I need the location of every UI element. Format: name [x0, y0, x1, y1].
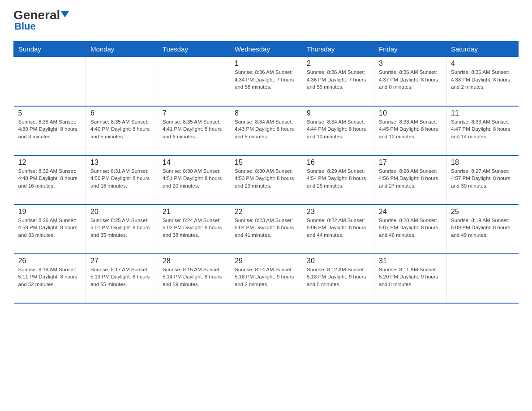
day-number: 21: [163, 208, 225, 216]
logo: General Blue: [13, 9, 69, 32]
day-of-week-header: Monday: [86, 42, 158, 57]
calendar-cell: 2Sunrise: 8:36 AM Sunset: 4:36 PM Daylig…: [302, 57, 374, 106]
calendar-cell: 22Sunrise: 8:23 AM Sunset: 5:04 PM Dayli…: [230, 205, 302, 254]
day-info: Sunrise: 8:35 AM Sunset: 4:41 PM Dayligh…: [163, 118, 225, 141]
calendar-cell: 17Sunrise: 8:28 AM Sunset: 4:56 PM Dayli…: [374, 155, 446, 205]
day-number: 20: [90, 208, 153, 216]
calendar-cell: 15Sunrise: 8:30 AM Sunset: 4:53 PM Dayli…: [230, 155, 302, 205]
day-number: 28: [163, 257, 225, 265]
calendar-cell: 16Sunrise: 8:29 AM Sunset: 4:54 PM Dayli…: [302, 155, 374, 205]
day-info: Sunrise: 8:14 AM Sunset: 5:16 PM Dayligh…: [235, 266, 297, 288]
day-info: Sunrise: 8:36 AM Sunset: 4:38 PM Dayligh…: [451, 68, 514, 91]
day-info: Sunrise: 8:29 AM Sunset: 4:54 PM Dayligh…: [307, 167, 369, 190]
day-info: Sunrise: 8:22 AM Sunset: 5:06 PM Dayligh…: [307, 217, 369, 239]
day-number: 17: [379, 158, 442, 167]
calendar-cell: 6Sunrise: 8:35 AM Sunset: 4:40 PM Daylig…: [86, 106, 158, 155]
day-info: Sunrise: 8:36 AM Sunset: 4:36 PM Dayligh…: [307, 68, 369, 91]
day-info: Sunrise: 8:34 AM Sunset: 4:44 PM Dayligh…: [307, 118, 369, 141]
logo-general: General: [13, 9, 69, 21]
day-info: Sunrise: 8:15 AM Sunset: 5:14 PM Dayligh…: [163, 266, 225, 288]
day-number: 12: [18, 158, 82, 167]
day-info: Sunrise: 8:18 AM Sunset: 5:11 PM Dayligh…: [18, 266, 82, 288]
day-info: Sunrise: 8:17 AM Sunset: 5:13 PM Dayligh…: [90, 266, 153, 288]
day-info: Sunrise: 8:23 AM Sunset: 5:04 PM Dayligh…: [235, 217, 297, 239]
calendar-cell: 7Sunrise: 8:35 AM Sunset: 4:41 PM Daylig…: [158, 106, 230, 155]
day-info: Sunrise: 8:12 AM Sunset: 5:18 PM Dayligh…: [307, 266, 369, 288]
calendar-cell: 20Sunrise: 8:25 AM Sunset: 5:01 PM Dayli…: [86, 205, 158, 254]
day-number: 2: [307, 60, 369, 68]
logo-triangle-icon: [61, 11, 69, 17]
day-number: 7: [163, 109, 225, 117]
calendar-week-row: 1Sunrise: 8:36 AM Sunset: 4:34 PM Daylig…: [14, 57, 519, 106]
day-number: 9: [307, 109, 369, 117]
calendar-week-row: 12Sunrise: 8:32 AM Sunset: 4:48 PM Dayli…: [14, 155, 519, 205]
calendar-week-row: 26Sunrise: 8:18 AM Sunset: 5:11 PM Dayli…: [14, 254, 519, 303]
calendar-cell: 1Sunrise: 8:36 AM Sunset: 4:34 PM Daylig…: [230, 57, 302, 106]
day-number: 3: [379, 60, 442, 68]
day-number: 29: [235, 257, 297, 265]
day-of-week-header: Sunday: [14, 42, 86, 57]
calendar-cell: 14Sunrise: 8:30 AM Sunset: 4:51 PM Dayli…: [158, 155, 230, 205]
day-number: 25: [451, 208, 514, 216]
calendar-cell: 30Sunrise: 8:12 AM Sunset: 5:18 PM Dayli…: [302, 254, 374, 303]
day-info: Sunrise: 8:35 AM Sunset: 4:40 PM Dayligh…: [90, 118, 153, 141]
calendar-header-row: SundayMondayTuesdayWednesdayThursdayFrid…: [14, 42, 519, 57]
day-info: Sunrise: 8:19 AM Sunset: 5:09 PM Dayligh…: [451, 217, 514, 239]
calendar-cell: 8Sunrise: 8:34 AM Sunset: 4:43 PM Daylig…: [230, 106, 302, 155]
calendar-cell: 3Sunrise: 8:36 AM Sunset: 4:37 PM Daylig…: [374, 57, 446, 106]
logo-blue: Blue: [14, 21, 36, 32]
day-number: 31: [379, 257, 442, 265]
calendar-cell: 25Sunrise: 8:19 AM Sunset: 5:09 PM Dayli…: [446, 205, 519, 254]
day-info: Sunrise: 8:32 AM Sunset: 4:48 PM Dayligh…: [18, 167, 82, 190]
calendar-cell: 11Sunrise: 8:33 AM Sunset: 4:47 PM Dayli…: [446, 106, 519, 155]
day-info: Sunrise: 8:33 AM Sunset: 4:45 PM Dayligh…: [379, 118, 442, 141]
day-of-week-header: Thursday: [302, 42, 374, 57]
calendar-cell: [86, 57, 158, 106]
day-info: Sunrise: 8:33 AM Sunset: 4:47 PM Dayligh…: [451, 118, 514, 141]
day-info: Sunrise: 8:30 AM Sunset: 4:51 PM Dayligh…: [163, 167, 225, 190]
day-number: 27: [90, 257, 153, 265]
calendar-table: SundayMondayTuesdayWednesdayThursdayFrid…: [13, 41, 519, 304]
day-number: 16: [307, 158, 369, 167]
calendar-cell: 29Sunrise: 8:14 AM Sunset: 5:16 PM Dayli…: [230, 254, 302, 303]
calendar-week-row: 5Sunrise: 8:35 AM Sunset: 4:39 PM Daylig…: [14, 106, 519, 155]
calendar-cell: 13Sunrise: 8:31 AM Sunset: 4:50 PM Dayli…: [86, 155, 158, 205]
day-number: 8: [235, 109, 297, 117]
calendar-cell: 19Sunrise: 8:26 AM Sunset: 4:59 PM Dayli…: [14, 205, 86, 254]
calendar-cell: 23Sunrise: 8:22 AM Sunset: 5:06 PM Dayli…: [302, 205, 374, 254]
day-number: 26: [18, 257, 82, 265]
day-number: 13: [90, 158, 153, 167]
day-number: 22: [235, 208, 297, 216]
day-info: Sunrise: 8:28 AM Sunset: 4:56 PM Dayligh…: [379, 167, 442, 190]
calendar-cell: 18Sunrise: 8:27 AM Sunset: 4:57 PM Dayli…: [446, 155, 519, 205]
calendar-cell: [158, 57, 230, 106]
day-info: Sunrise: 8:35 AM Sunset: 4:39 PM Dayligh…: [18, 118, 82, 141]
day-number: 23: [307, 208, 369, 216]
calendar-cell: 28Sunrise: 8:15 AM Sunset: 5:14 PM Dayli…: [158, 254, 230, 303]
calendar-cell: 31Sunrise: 8:11 AM Sunset: 5:20 PM Dayli…: [374, 254, 446, 303]
calendar-cell: [14, 57, 86, 106]
day-info: Sunrise: 8:36 AM Sunset: 4:37 PM Dayligh…: [379, 68, 442, 91]
calendar-cell: [446, 254, 519, 303]
day-info: Sunrise: 8:25 AM Sunset: 5:01 PM Dayligh…: [90, 217, 153, 239]
calendar-cell: 24Sunrise: 8:20 AM Sunset: 5:07 PM Dayli…: [374, 205, 446, 254]
day-number: 4: [451, 60, 514, 68]
page-header: General Blue: [13, 9, 519, 32]
day-number: 11: [451, 109, 514, 117]
day-info: Sunrise: 8:11 AM Sunset: 5:20 PM Dayligh…: [379, 266, 442, 288]
day-number: 14: [163, 158, 225, 167]
day-info: Sunrise: 8:20 AM Sunset: 5:07 PM Dayligh…: [379, 217, 442, 239]
day-info: Sunrise: 8:30 AM Sunset: 4:53 PM Dayligh…: [235, 167, 297, 190]
calendar-cell: 10Sunrise: 8:33 AM Sunset: 4:45 PM Dayli…: [374, 106, 446, 155]
calendar-cell: 5Sunrise: 8:35 AM Sunset: 4:39 PM Daylig…: [14, 106, 86, 155]
day-info: Sunrise: 8:26 AM Sunset: 4:59 PM Dayligh…: [18, 217, 82, 239]
day-number: 6: [90, 109, 153, 117]
day-number: 5: [18, 109, 82, 117]
day-of-week-header: Tuesday: [158, 42, 230, 57]
day-of-week-header: Wednesday: [230, 42, 302, 57]
calendar-cell: 12Sunrise: 8:32 AM Sunset: 4:48 PM Dayli…: [14, 155, 86, 205]
calendar-cell: 9Sunrise: 8:34 AM Sunset: 4:44 PM Daylig…: [302, 106, 374, 155]
day-info: Sunrise: 8:31 AM Sunset: 4:50 PM Dayligh…: [90, 167, 153, 190]
day-number: 1: [235, 60, 297, 68]
day-info: Sunrise: 8:36 AM Sunset: 4:34 PM Dayligh…: [235, 68, 297, 91]
